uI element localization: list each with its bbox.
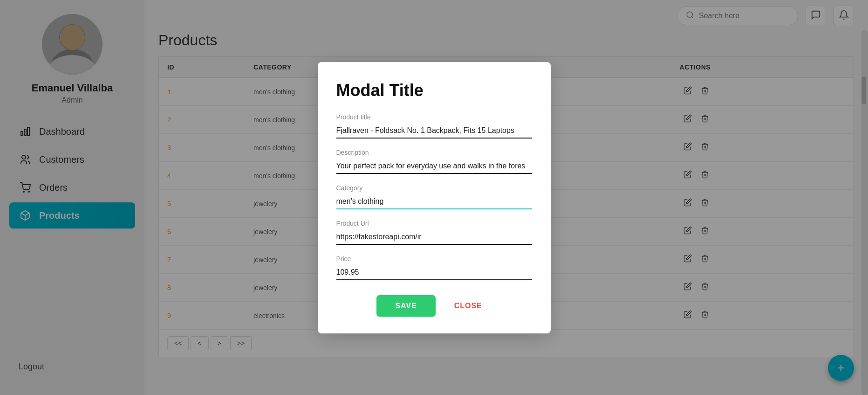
product-url-input[interactable] <box>336 230 532 245</box>
modal-dialog: Modal Title Product title Description Ca… <box>318 62 551 333</box>
save-button[interactable]: SAVE <box>376 295 435 317</box>
description-label: Description <box>336 149 532 156</box>
product-title-label: Product title <box>336 113 532 121</box>
product-url-label: Product Url <box>336 220 532 227</box>
modal-overlay[interactable]: Modal Title Product title Description Ca… <box>0 0 868 395</box>
category-label: Category <box>336 184 532 192</box>
modal-title: Modal Title <box>336 81 532 100</box>
close-button[interactable]: CLOSE <box>445 295 492 317</box>
product-title-field: Product title <box>336 113 532 139</box>
product-title-input[interactable] <box>336 124 532 139</box>
description-field: Description <box>336 149 532 174</box>
category-input[interactable] <box>336 194 532 209</box>
price-label: Price <box>336 255 532 263</box>
price-field: Price <box>336 255 532 280</box>
modal-actions: SAVE CLOSE <box>336 295 532 317</box>
price-input[interactable] <box>336 265 532 280</box>
category-field: Category <box>336 184 532 209</box>
description-input[interactable] <box>336 159 532 174</box>
product-url-field: Product Url <box>336 220 532 245</box>
